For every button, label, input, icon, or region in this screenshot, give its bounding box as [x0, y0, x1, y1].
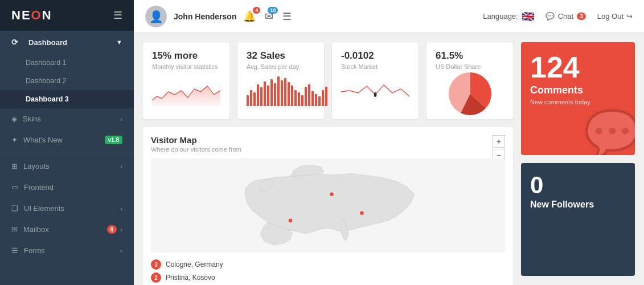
stock-chart [341, 75, 409, 106]
forms-arrow-icon: › [120, 247, 122, 254]
tasks-icon: ☰ [282, 11, 292, 22]
sales-sub: Avg. Sales per day [247, 63, 315, 70]
ui-elements-arrow-icon: › [120, 205, 122, 212]
avatar: 👤 [145, 6, 167, 27]
content-area: 15% more Monthly visitor statistics [134, 33, 644, 285]
logout-button[interactable]: Log Out ↪ [597, 12, 633, 21]
stock-title: -0.0102 [341, 50, 409, 62]
bar [311, 91, 314, 106]
visitors-chart [152, 75, 220, 106]
dollar-title: 61.5% [436, 50, 504, 62]
bar [315, 94, 317, 106]
header-right: Language: 🇬🇧 💬 Chat 3 Log Out ↪ [483, 10, 633, 23]
chat-count: 3 [577, 13, 586, 20]
sidebar-item-dashboard2[interactable]: Dashboard 2 [0, 72, 134, 90]
mail-badge: 10 [268, 7, 278, 14]
skins-icon: ◈ [11, 115, 17, 123]
sidebar-item-forms[interactable]: ☰ Forms › [0, 240, 134, 261]
bar [247, 95, 249, 106]
sidebar-item-layouts[interactable]: ⊞ Layouts › [0, 156, 134, 177]
mailbox-badge: 8 [107, 225, 117, 234]
ui-elements-label: UI Elements [24, 204, 64, 213]
forms-icon: ☰ [11, 246, 18, 255]
logout-icon: ↪ [626, 12, 633, 21]
bar [253, 92, 256, 106]
notifications-button[interactable]: 🔔 4 [243, 10, 256, 23]
stat-cards: 15% more Monthly visitor statistics [143, 42, 513, 119]
stat-card-sales: 32 Sales Avg. Sales per day [237, 42, 324, 119]
sales-chart [247, 75, 315, 106]
bar [288, 82, 290, 106]
mailbox-arrow-icon: › [120, 226, 122, 233]
hamburger-button[interactable]: ☰ [113, 9, 122, 22]
layouts-label: Layouts [23, 162, 50, 170]
map-body [151, 158, 505, 255]
ui-elements-icon: ❑ [11, 204, 18, 213]
bar [325, 87, 327, 106]
skins-label: Skins [23, 115, 41, 123]
chat-button[interactable]: 💬 Chat 3 [545, 12, 586, 21]
bottom-row: Visitor Map Where do our visitors come f… [143, 127, 513, 285]
dollar-chart [436, 74, 504, 113]
sidebar-section-dashboard[interactable]: ⟳ Dashboard ▼ [0, 31, 134, 54]
comments-label: Comments [530, 84, 626, 96]
logo: NEON ☰ [0, 0, 134, 31]
frontend-label: Frontend [24, 183, 54, 192]
bar [322, 90, 324, 106]
map-location-2: 2 Pristina, Kosovo [151, 272, 505, 283]
stat-card-dollar: 61.5% US Dollar Share [426, 42, 513, 119]
followers-label: New Followers [530, 199, 626, 210]
bar [267, 85, 269, 106]
sidebar-item-skins[interactable]: ◈ Skins › [0, 108, 134, 129]
sidebar: NEON ☰ ⟳ Dashboard ▼ Dashboard 1 Dashboa… [0, 0, 134, 285]
sidebar-item-frontend[interactable]: ▭ Frontend [0, 177, 134, 198]
map-controls: + − [493, 135, 505, 161]
notif-badge: 4 [253, 7, 260, 14]
svg-point-4 [289, 219, 293, 223]
sidebar-item-whats-new[interactable]: ✦ What's New v1.8 [0, 129, 134, 150]
comments-sub: New comments today [530, 99, 626, 105]
sidebar-item-dashboard3[interactable]: Dashboard 3 [0, 90, 134, 108]
sidebar-item-ui-elements[interactable]: ❑ UI Elements › [0, 198, 134, 219]
svg-point-2 [330, 192, 334, 196]
bar [270, 79, 273, 106]
sidebar-item-mailbox[interactable]: ✉ Mailbox 8 › [0, 219, 134, 240]
map-locations: 3 Cologne, Germany 2 Pristina, Kosovo 1 … [151, 259, 505, 285]
loc-num-pristina: 2 [151, 272, 161, 283]
whats-new-icon: ✦ [11, 136, 18, 144]
mailbox-label: Mailbox [23, 225, 49, 234]
sales-title: 32 Sales [247, 50, 315, 62]
comments-bg-icon: 💬 [584, 107, 635, 155]
sidebar-item-dashboard1[interactable]: Dashboard 1 [0, 54, 134, 72]
tasks-button[interactable]: ☰ [282, 10, 292, 23]
bar [298, 92, 300, 106]
map-sub: Where do our visitors come from [151, 146, 505, 153]
chat-label: Chat [558, 12, 573, 21]
layouts-arrow-icon: › [120, 163, 122, 170]
bar [281, 80, 283, 106]
dollar-sub: US Dollar Share [436, 63, 504, 70]
header-icons: 🔔 4 ✉ 10 ☰ [243, 10, 292, 23]
language-selector[interactable]: Language: 🇬🇧 [483, 10, 534, 23]
bar [264, 82, 266, 106]
mail-button[interactable]: ✉ 10 [265, 10, 273, 23]
flag-icon: 🇬🇧 [522, 10, 534, 23]
forms-label: Forms [24, 246, 45, 255]
bar [284, 78, 286, 106]
comments-number: 124 [530, 52, 626, 82]
followers-card: 0 New Followers [521, 163, 635, 276]
bar [305, 87, 307, 106]
loc-label-cologne: Cologne, Germany [166, 260, 223, 268]
language-label: Language: [483, 12, 518, 21]
map-zoom-in-button[interactable]: + [493, 135, 505, 148]
frontend-icon: ▭ [11, 183, 18, 192]
header-left: 👤 John Henderson 🔔 4 ✉ 10 ☰ [145, 6, 292, 27]
bar [294, 90, 297, 106]
bar [308, 84, 310, 106]
bar [260, 87, 262, 106]
visitors-title: 15% more [152, 50, 220, 62]
svg-point-3 [360, 211, 364, 215]
bar [277, 76, 280, 106]
chat-icon: 💬 [545, 12, 555, 21]
main-content: 👤 John Henderson 🔔 4 ✉ 10 ☰ Language: 🇬� [134, 0, 644, 285]
